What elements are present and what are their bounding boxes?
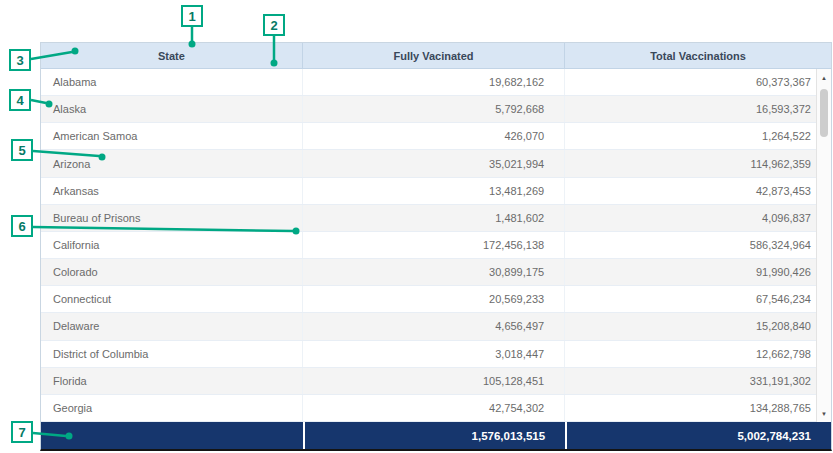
cell-total-vaccinations: 586,324,964 [565, 232, 831, 258]
callout-3: 3 [9, 49, 31, 71]
cell-state: District of Columbia [41, 341, 303, 367]
cell-total-vaccinations: 67,546,234 [565, 286, 831, 312]
cell-fully-vaccinated: 42,754,302 [303, 395, 565, 421]
cell-state: Colorado [41, 259, 303, 285]
table-row[interactable]: Arkansas 13,481,269 42,873,453 [41, 178, 831, 205]
cell-state: Arkansas [41, 178, 303, 204]
cell-state: Connecticut [41, 286, 303, 312]
cell-total-vaccinations: 134,288,765 [565, 395, 831, 421]
callout-7: 7 [11, 421, 33, 443]
table-row[interactable]: Bureau of Prisons 1,481,602 4,096,837 [41, 205, 831, 232]
cell-fully-vaccinated: 426,070 [303, 123, 565, 149]
cell-fully-vaccinated: 1,481,602 [303, 205, 565, 231]
cell-state: Alabama [41, 69, 303, 95]
cell-state: Florida [41, 368, 303, 394]
cell-total-vaccinations: 60,373,367 [565, 69, 831, 95]
table-row[interactable]: Georgia 42,754,302 134,288,765 [41, 395, 831, 422]
table-row[interactable]: Connecticut 20,569,233 67,546,234 [41, 286, 831, 313]
cell-total-vaccinations: 42,873,453 [565, 178, 831, 204]
column-header-fully-vaccinated[interactable]: Fully Vacinated [303, 43, 565, 68]
table-row[interactable]: Arizona 35,021,994 114,962,359 [41, 150, 831, 177]
table-body: Alabama 19,682,162 60,373,367 Alaska 5,7… [41, 69, 831, 422]
cell-state: Arizona [41, 150, 303, 176]
table-row[interactable]: Colorado 30,899,175 91,990,426 [41, 259, 831, 286]
summary-total-vaccinations-total: 5,002,784,231 [565, 422, 831, 449]
table-row[interactable]: American Samoa 426,070 1,264,522 [41, 123, 831, 150]
cell-state: Georgia [41, 395, 303, 421]
table-row[interactable]: Alabama 19,682,162 60,373,367 [41, 69, 831, 96]
table-row[interactable]: California 172,456,138 586,324,964 [41, 232, 831, 259]
cell-fully-vaccinated: 35,021,994 [303, 150, 565, 176]
cell-fully-vaccinated: 20,569,233 [303, 286, 565, 312]
scrollbar-thumb[interactable] [820, 89, 828, 137]
cell-fully-vaccinated: 172,456,138 [303, 232, 565, 258]
cell-fully-vaccinated: 30,899,175 [303, 259, 565, 285]
cell-state: Bureau of Prisons [41, 205, 303, 231]
cell-fully-vaccinated: 105,128,451 [303, 368, 565, 394]
cell-fully-vaccinated: 4,656,497 [303, 313, 565, 339]
cell-state: Alaska [41, 96, 303, 122]
callout-6: 6 [11, 215, 33, 237]
cell-state: American Samoa [41, 123, 303, 149]
cell-fully-vaccinated: 19,682,162 [303, 69, 565, 95]
cell-total-vaccinations: 15,208,840 [565, 313, 831, 339]
summary-row: 1,576,013,515 5,002,784,231 [41, 422, 831, 449]
callout-5: 5 [11, 139, 33, 161]
column-header-state[interactable]: State [41, 43, 303, 68]
column-header-total-vaccinations[interactable]: Total Vaccinations [565, 43, 831, 68]
cell-total-vaccinations: 4,096,837 [565, 205, 831, 231]
summary-fully-vaccinated-total: 1,576,013,515 [303, 422, 565, 449]
callout-4: 4 [9, 89, 31, 111]
cell-total-vaccinations: 1,264,522 [565, 123, 831, 149]
vaccination-data-table: State Fully Vacinated Total Vaccinations… [40, 42, 832, 451]
table-row[interactable]: Florida 105,128,451 331,191,302 [41, 368, 831, 395]
cell-fully-vaccinated: 3,018,447 [303, 341, 565, 367]
table-row[interactable]: Delaware 4,656,497 15,208,840 [41, 313, 831, 340]
cell-total-vaccinations: 331,191,302 [565, 368, 831, 394]
vertical-scrollbar[interactable]: ▲ ▼ [816, 69, 831, 422]
callout-2: 2 [263, 14, 285, 36]
cell-total-vaccinations: 114,962,359 [565, 150, 831, 176]
cell-total-vaccinations: 16,593,372 [565, 96, 831, 122]
cell-total-vaccinations: 91,990,426 [565, 259, 831, 285]
cell-fully-vaccinated: 5,792,668 [303, 96, 565, 122]
cell-state: California [41, 232, 303, 258]
cell-total-vaccinations: 12,662,798 [565, 341, 831, 367]
summary-state-cell [41, 422, 303, 449]
scroll-down-icon[interactable]: ▼ [817, 407, 831, 420]
table-row[interactable]: Alaska 5,792,668 16,593,372 [41, 96, 831, 123]
cell-state: Delaware [41, 313, 303, 339]
callout-1: 1 [181, 5, 203, 27]
table-header-row: State Fully Vacinated Total Vaccinations [41, 43, 831, 69]
cell-fully-vaccinated: 13,481,269 [303, 178, 565, 204]
scroll-up-icon[interactable]: ▲ [817, 71, 831, 84]
app-window: State Fully Vacinated Total Vaccinations… [0, 0, 833, 453]
table-row[interactable]: District of Columbia 3,018,447 12,662,79… [41, 341, 831, 368]
